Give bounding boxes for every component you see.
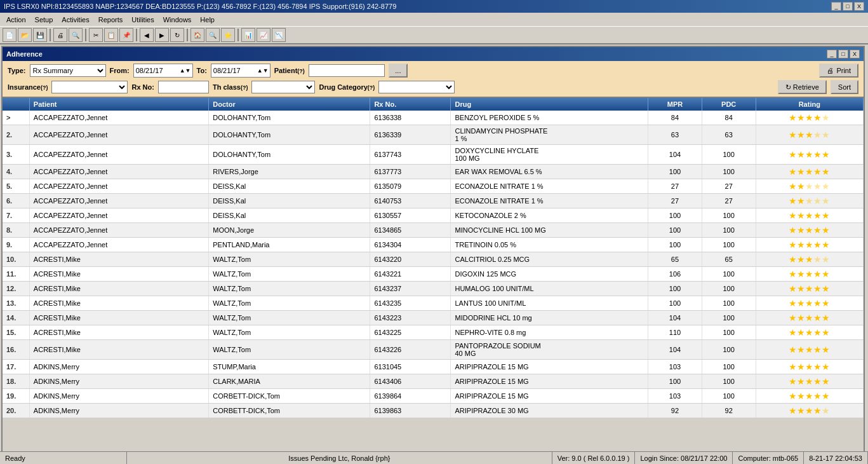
adherence-table: Patient Doctor Rx No. Drug MPR PDC Ratin… — [3, 98, 864, 418]
toolbar-print[interactable]: 🖨 — [53, 28, 67, 42]
table-row[interactable]: 16. ACRESTI,Mike WALTZ,Tom 6143226 PANTO… — [3, 340, 864, 360]
cell-drug: ARIPIPRAZOLE 15 MG — [451, 389, 648, 404]
cell-num: 17. — [3, 360, 29, 374]
table-row[interactable]: > ACCAPEZZATO,Jennet DOLOHANTY,Tom 61363… — [3, 111, 864, 125]
toolbar-back[interactable]: ◀ — [140, 28, 154, 42]
table-row[interactable]: 14. ACRESTI,Mike WALTZ,Tom 6143223 MIDOD… — [3, 311, 864, 325]
print-button[interactable]: 🖨 Print — [819, 64, 858, 78]
cell-mpr: 84 — [648, 111, 702, 125]
cell-rxno: 6143223 — [370, 311, 451, 325]
cell-rxno: 6131045 — [370, 360, 451, 374]
cell-num: 9. — [3, 238, 29, 252]
menu-help[interactable]: Help — [196, 15, 218, 25]
cell-num: 15. — [3, 325, 29, 340]
table-row[interactable]: 19. ADKINS,Merry CORBETT-DICK,Tom 613986… — [3, 389, 864, 404]
cell-pdc: 92 — [702, 404, 756, 418]
cell-pdc: 100 — [702, 340, 756, 360]
insurance-select[interactable] — [51, 81, 128, 93]
type-select[interactable]: Rx Summary — [30, 64, 106, 77]
cell-patient: ACCAPEZZATO,Jennet — [29, 145, 208, 165]
cell-num: 7. — [3, 208, 29, 223]
menu-action[interactable]: Action — [3, 15, 30, 25]
menu-windows[interactable]: Windows — [159, 15, 196, 25]
cell-drug: NEPHRO-VITE 0.8 mg — [451, 325, 648, 340]
maximize-btn[interactable]: □ — [843, 2, 853, 11]
adherence-maximize[interactable]: □ — [838, 50, 848, 58]
toolbar-search[interactable]: 🔍 — [206, 28, 220, 42]
close-btn[interactable]: X — [854, 2, 864, 11]
cell-rxno: 6139863 — [370, 404, 451, 418]
table-row[interactable]: 7. ACCAPEZZATO,Jennet DEISS,Kal 6130557 … — [3, 208, 864, 223]
cell-num: 18. — [3, 374, 29, 389]
toolbar-extra1[interactable]: 📊 — [241, 28, 255, 42]
toolbar-fav[interactable]: ⭐ — [221, 28, 235, 42]
patient-input[interactable] — [309, 64, 385, 77]
cell-rxno: 6143226 — [370, 340, 451, 360]
cell-rating: ★★★★★ — [756, 389, 863, 404]
table-container[interactable]: Patient Doctor Rx No. Drug MPR PDC Ratin… — [3, 98, 864, 460]
table-row[interactable]: 12. ACRESTI,Mike WALTZ,Tom 6143237 HUMAL… — [3, 282, 864, 296]
cell-drug: MIDODRINE HCL 10 mg — [451, 311, 648, 325]
cell-patient: ACCAPEZZATO,Jennet — [29, 208, 208, 223]
toolbar-refresh[interactable]: ↻ — [170, 28, 184, 42]
table-row[interactable]: 18. ADKINS,Merry CLARK,MARIA 6143406 ARI… — [3, 374, 864, 389]
cell-mpr: 104 — [648, 311, 702, 325]
table-row[interactable]: 9. ACCAPEZZATO,Jennet PENTLAND,Maria 613… — [3, 238, 864, 252]
toolbar-paste[interactable]: 📌 — [119, 28, 133, 42]
table-row[interactable]: 15. ACRESTI,Mike WALTZ,Tom 6143225 NEPHR… — [3, 325, 864, 340]
cell-mpr: 63 — [648, 125, 702, 145]
cell-mpr: 106 — [648, 267, 702, 282]
cell-rating: ★★★★★ — [756, 311, 863, 325]
toolbar-save[interactable]: 💾 — [33, 28, 47, 42]
cell-patient: ACRESTI,Mike — [29, 340, 208, 360]
sort-button[interactable]: Sort — [831, 80, 858, 94]
from-input[interactable] — [134, 64, 178, 77]
table-row[interactable]: 10. ACRESTI,Mike WALTZ,Tom 6143220 CALCI… — [3, 252, 864, 267]
to-spinner[interactable]: ▲▼ — [256, 67, 270, 74]
table-row[interactable]: 17. ADKINS,Merry STUMP,Maria 6131045 ARI… — [3, 360, 864, 374]
col-num — [3, 98, 29, 111]
cell-patient: ACRESTI,Mike — [29, 252, 208, 267]
cell-mpr: 104 — [648, 145, 702, 165]
from-spinner[interactable]: ▲▼ — [178, 67, 192, 74]
drugcat-select[interactable] — [378, 81, 455, 93]
cell-doctor: DEISS,Kal — [209, 179, 370, 194]
toolbar-forward[interactable]: ▶ — [155, 28, 169, 42]
adherence-minimize[interactable]: _ — [827, 50, 837, 58]
table-row[interactable]: 11. ACRESTI,Mike WALTZ,Tom 6143221 DIGOX… — [3, 267, 864, 282]
cell-mpr: 100 — [648, 238, 702, 252]
cell-doctor: DOLOHANTY,Tom — [209, 145, 370, 165]
to-label: To: — [197, 67, 207, 74]
minimize-btn[interactable]: _ — [831, 2, 841, 11]
cell-drug: ARIPIPRAZOLE 30 MG — [451, 404, 648, 418]
toolbar-extra2[interactable]: 📈 — [257, 28, 270, 42]
table-row[interactable]: 13. ACRESTI,Mike WALTZ,Tom 6143235 LANTU… — [3, 296, 864, 311]
toolbar-cut[interactable]: ✂ — [89, 28, 103, 42]
table-row[interactable]: 3. ACCAPEZZATO,Jennet DOLOHANTY,Tom 6137… — [3, 145, 864, 165]
toolbar-extra3[interactable]: 📉 — [272, 28, 286, 42]
toolbar-new[interactable]: 📄 — [3, 28, 17, 42]
cell-mpr: 27 — [648, 194, 702, 208]
table-row[interactable]: 8. ACCAPEZZATO,Jennet MOON,Jorge 6134865… — [3, 223, 864, 238]
rxno-input[interactable] — [158, 81, 209, 93]
filter-row-1: Type: Rx Summary From: ▲▼ To: ▲▼ Patient… — [8, 64, 858, 78]
table-row[interactable]: 5. ACCAPEZZATO,Jennet DEISS,Kal 6135079 … — [3, 179, 864, 194]
menu-activities[interactable]: Activities — [58, 15, 93, 25]
menu-reports[interactable]: Reports — [95, 15, 127, 25]
table-row[interactable]: 2. ACCAPEZZATO,Jennet DOLOHANTY,Tom 6136… — [3, 125, 864, 145]
table-row[interactable]: 4. ACCAPEZZATO,Jennet RIVERS,Jorge 61377… — [3, 165, 864, 179]
to-input[interactable] — [211, 64, 256, 77]
toolbar-open[interactable]: 📂 — [18, 28, 32, 42]
toolbar-preview[interactable]: 🔍 — [69, 28, 83, 42]
toolbar-copy[interactable]: 📋 — [104, 28, 118, 42]
toolbar-home[interactable]: 🏠 — [190, 28, 204, 42]
cell-num: 12. — [3, 282, 29, 296]
menu-utilities[interactable]: Utilities — [128, 15, 157, 25]
table-row[interactable]: 6. ACCAPEZZATO,Jennet DEISS,Kal 6140753 … — [3, 194, 864, 208]
menu-setup[interactable]: Setup — [31, 15, 57, 25]
adherence-close[interactable]: X — [850, 50, 860, 58]
retrieve-button[interactable]: ↻ Retrieve — [778, 80, 827, 94]
thclass-select[interactable] — [251, 81, 315, 93]
table-row[interactable]: 20. ADKINS,Merry CORBETT-DICK,Tom 613986… — [3, 404, 864, 418]
dots-button[interactable]: ... — [389, 64, 408, 78]
